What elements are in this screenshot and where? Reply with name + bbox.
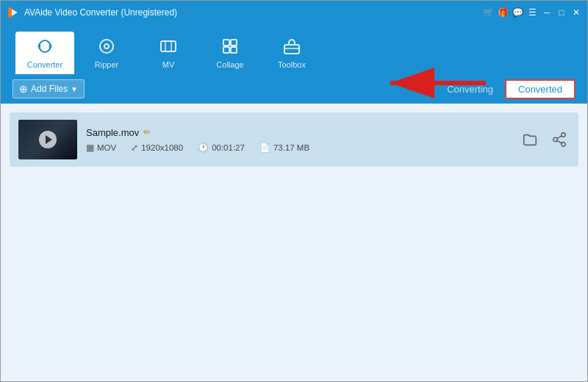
ripper-label: Ripper <box>95 60 118 69</box>
ripper-icon <box>98 37 115 57</box>
size-icon: 📄 <box>259 143 270 153</box>
cart-icon[interactable]: 🛒 <box>483 7 493 18</box>
size-meta: 📄 73.17 MB <box>259 143 309 153</box>
svg-rect-10 <box>231 40 237 46</box>
file-actions <box>520 129 570 150</box>
file-resolution: 1920x1080 <box>141 143 183 152</box>
converter-label: Converter <box>27 60 62 69</box>
add-files-button[interactable]: ⊕ Add Files ▼ <box>12 79 85 98</box>
tab-ripper[interactable]: Ripper <box>77 32 136 74</box>
file-meta: ▦ MOV ⤢ 1920x1080 🕐 00:01:27 📄 73.17 MB <box>86 143 511 153</box>
svg-point-5 <box>104 44 109 48</box>
format-meta: ▦ MOV <box>86 143 116 153</box>
tab-converter[interactable]: Converter <box>15 32 74 74</box>
resolution-meta: ⤢ 1920x1080 <box>131 143 183 153</box>
duration-meta: 🕐 00:01:27 <box>198 143 245 153</box>
tab-toolbox[interactable]: Toolbox <box>262 32 321 74</box>
app-title: AVAide Video Converter (Unregistered) <box>24 7 177 18</box>
maximize-icon[interactable]: □ <box>556 7 567 18</box>
title-bar-controls: 🛒 🎁 💬 ☰ ─ □ ✕ <box>483 7 581 18</box>
collage-icon <box>221 37 239 57</box>
close-icon[interactable]: ✕ <box>571 7 581 18</box>
nav-bar: Converter Ripper MV <box>1 24 587 74</box>
svg-rect-13 <box>284 45 299 54</box>
file-format: MOV <box>97 143 116 152</box>
title-bar-left: AVAide Video Converter (Unregistered) <box>7 6 177 19</box>
plus-icon: ⊕ <box>19 83 28 95</box>
svg-rect-11 <box>223 47 229 53</box>
svg-rect-9 <box>223 40 229 46</box>
svg-line-19 <box>557 140 562 143</box>
share-button[interactable] <box>549 129 570 150</box>
converter-icon <box>36 37 54 57</box>
format-icon: ▦ <box>86 143 94 153</box>
tab-collage[interactable]: Collage <box>201 32 259 74</box>
collage-label: Collage <box>216 60 243 69</box>
mv-label: MV <box>162 60 175 69</box>
open-folder-button[interactable] <box>520 129 540 150</box>
svg-rect-1 <box>8 7 12 18</box>
share-icon <box>551 131 567 148</box>
minimize-icon[interactable]: ─ <box>542 7 552 18</box>
title-bar: AVAide Video Converter (Unregistered) 🛒 … <box>1 1 587 24</box>
menu-icon[interactable]: ☰ <box>527 7 537 18</box>
file-name-row: Sample.mov ✏ <box>86 127 511 138</box>
tab-mv[interactable]: MV <box>139 32 198 74</box>
converting-tab[interactable]: Converting <box>435 79 505 99</box>
toolbox-label: Toolbox <box>278 60 306 69</box>
play-button[interactable] <box>39 131 57 148</box>
svg-line-18 <box>557 136 562 139</box>
folder-icon <box>522 131 538 148</box>
file-size: 73.17 MB <box>273 143 309 152</box>
content-area: Sample.mov ✏ ▦ MOV ⤢ 1920x1080 🕐 00:01:2… <box>1 104 587 382</box>
bell-icon[interactable]: 🎁 <box>498 7 508 18</box>
mv-icon <box>159 37 177 57</box>
svg-point-4 <box>100 40 113 53</box>
resolution-icon: ⤢ <box>131 143 138 153</box>
converted-tab[interactable]: Converted <box>505 79 576 99</box>
file-name: Sample.mov <box>86 127 139 138</box>
edit-icon[interactable]: ✏ <box>143 127 151 137</box>
app-logo <box>7 6 20 19</box>
chat-icon[interactable]: 💬 <box>512 7 523 18</box>
svg-rect-6 <box>161 41 176 51</box>
duration-icon: 🕐 <box>198 143 209 153</box>
file-duration: 00:01:27 <box>212 143 245 152</box>
toolbox-icon <box>283 37 301 57</box>
tab-switches: Converting Converted <box>435 79 576 99</box>
toolbar: ⊕ Add Files ▼ Converting Converted <box>1 74 587 104</box>
svg-point-15 <box>562 133 566 137</box>
svg-point-17 <box>562 143 566 147</box>
add-files-label: Add Files <box>31 84 68 94</box>
file-item: Sample.mov ✏ ▦ MOV ⤢ 1920x1080 🕐 00:01:2… <box>10 112 578 167</box>
file-thumbnail[interactable] <box>18 120 77 159</box>
svg-rect-12 <box>231 47 237 53</box>
dropdown-arrow-icon: ▼ <box>71 85 78 93</box>
svg-point-16 <box>553 137 558 142</box>
file-info: Sample.mov ✏ ▦ MOV ⤢ 1920x1080 🕐 00:01:2… <box>86 127 511 153</box>
